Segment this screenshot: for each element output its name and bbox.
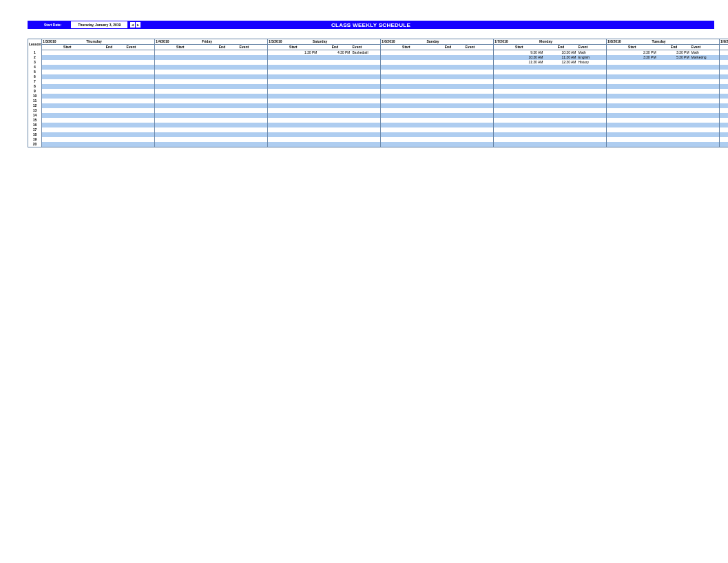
cell-start[interactable] [268, 70, 319, 74]
cell-end[interactable] [319, 137, 352, 142]
cell-event[interactable] [352, 55, 381, 60]
cell-event[interactable] [126, 103, 155, 108]
cell-end[interactable] [545, 94, 578, 99]
cell-event[interactable] [578, 70, 607, 74]
cell-start[interactable] [381, 89, 432, 94]
cell-event[interactable] [578, 142, 607, 147]
cell-start[interactable] [607, 70, 658, 74]
cell-end[interactable] [545, 132, 578, 137]
cell-start[interactable] [155, 127, 206, 132]
cell-end[interactable] [319, 127, 352, 132]
cell-start[interactable] [607, 74, 658, 79]
cell-end[interactable] [319, 132, 352, 137]
cell-end[interactable] [432, 113, 465, 118]
cell-end[interactable] [93, 50, 126, 56]
cell-event[interactable] [126, 137, 155, 142]
cell-start[interactable] [607, 132, 658, 137]
cell-start[interactable] [720, 123, 728, 127]
cell-start[interactable] [381, 132, 432, 137]
cell-end[interactable] [319, 74, 352, 79]
cell-start[interactable] [607, 142, 658, 147]
cell-end[interactable] [432, 89, 465, 94]
cell-start[interactable] [494, 65, 545, 70]
cell-event[interactable] [239, 118, 268, 123]
cell-end[interactable] [206, 118, 239, 123]
cell-end[interactable] [319, 79, 352, 84]
cell-start[interactable] [381, 137, 432, 142]
cell-start[interactable] [268, 127, 319, 132]
cell-end[interactable] [206, 127, 239, 132]
cell-start[interactable] [42, 142, 93, 147]
cell-start[interactable] [381, 123, 432, 127]
cell-end[interactable] [545, 70, 578, 74]
cell-start[interactable] [720, 132, 728, 137]
cell-start[interactable] [42, 132, 93, 137]
cell-start[interactable] [494, 89, 545, 94]
cell-end[interactable] [658, 142, 691, 147]
cell-end[interactable] [545, 123, 578, 127]
cell-event[interactable] [126, 94, 155, 99]
cell-end[interactable] [658, 94, 691, 99]
cell-event[interactable] [352, 132, 381, 137]
cell-event[interactable] [126, 84, 155, 89]
cell-event[interactable] [239, 55, 268, 60]
cell-end[interactable] [93, 94, 126, 99]
cell-start[interactable] [494, 127, 545, 132]
cell-event[interactable] [465, 123, 494, 127]
cell-end[interactable] [545, 103, 578, 108]
cell-start[interactable] [381, 118, 432, 123]
cell-event[interactable] [352, 127, 381, 132]
cell-end[interactable] [206, 89, 239, 94]
cell-start[interactable] [42, 99, 93, 103]
cell-end[interactable] [206, 94, 239, 99]
cell-event[interactable] [578, 113, 607, 118]
cell-end[interactable] [93, 74, 126, 79]
cell-end[interactable] [206, 74, 239, 79]
cell-end[interactable]: 11:30 AM [545, 55, 578, 60]
cell-start[interactable] [268, 118, 319, 123]
cell-start[interactable] [607, 137, 658, 142]
cell-event[interactable] [465, 89, 494, 94]
cell-start[interactable] [381, 79, 432, 84]
cell-end[interactable] [432, 142, 465, 147]
cell-end[interactable] [93, 79, 126, 84]
cell-event[interactable] [578, 74, 607, 79]
cell-end[interactable] [93, 99, 126, 103]
cell-end[interactable] [658, 127, 691, 132]
cell-event[interactable] [352, 79, 381, 84]
cell-start[interactable] [155, 108, 206, 113]
cell-end[interactable]: 4:30 PM [319, 50, 352, 56]
cell-start[interactable] [607, 65, 658, 70]
cell-start[interactable] [42, 89, 93, 94]
cell-start[interactable] [155, 103, 206, 108]
cell-start[interactable] [381, 65, 432, 70]
cell-end[interactable] [658, 113, 691, 118]
cell-end[interactable] [93, 142, 126, 147]
cell-event[interactable] [352, 60, 381, 65]
cell-start[interactable] [268, 108, 319, 113]
cell-start[interactable] [42, 113, 93, 118]
cell-end[interactable] [319, 99, 352, 103]
cell-event[interactable] [352, 103, 381, 108]
cell-start[interactable] [607, 84, 658, 89]
cell-start[interactable] [494, 74, 545, 79]
cell-end[interactable] [206, 55, 239, 60]
cell-event[interactable] [465, 50, 494, 56]
cell-event[interactable] [126, 99, 155, 103]
cell-start[interactable] [720, 60, 728, 65]
cell-start[interactable] [720, 103, 728, 108]
cell-end[interactable]: 5:30 PM [658, 55, 691, 60]
cell-end[interactable] [432, 55, 465, 60]
cell-start[interactable] [607, 118, 658, 123]
cell-event[interactable] [691, 103, 720, 108]
cell-end[interactable] [658, 84, 691, 89]
cell-end[interactable] [658, 137, 691, 142]
cell-start[interactable]: 9:30 PM [720, 50, 728, 56]
cell-start[interactable] [607, 113, 658, 118]
cell-start[interactable] [381, 142, 432, 147]
cell-event[interactable] [239, 123, 268, 127]
cell-end[interactable] [206, 123, 239, 127]
cell-event[interactable] [126, 142, 155, 147]
cell-start[interactable] [155, 89, 206, 94]
cell-event[interactable] [239, 89, 268, 94]
